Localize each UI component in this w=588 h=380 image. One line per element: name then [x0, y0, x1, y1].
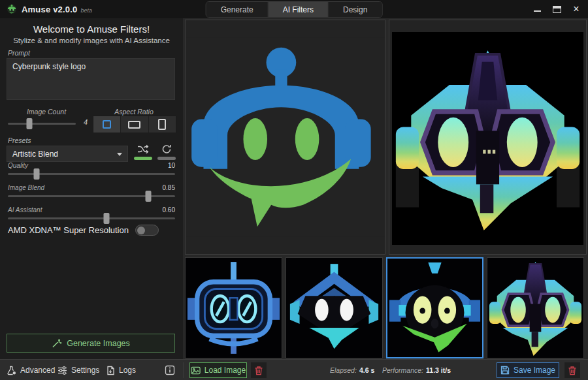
- image-count-value: 4: [78, 118, 88, 126]
- quality-label: Quality: [8, 162, 28, 169]
- tab-design[interactable]: Design: [329, 2, 382, 17]
- beta-badge: beta: [81, 5, 93, 14]
- image-count-slider-thumb[interactable]: [27, 118, 33, 129]
- aspect-ratio-landscape-button[interactable]: [121, 116, 148, 133]
- logs-button[interactable]: Logs: [106, 360, 136, 380]
- elapsed-label: Elapsed:: [330, 366, 357, 374]
- main-tab-bar: Generate AI Filters Design: [206, 1, 383, 18]
- load-image-button[interactable]: Load Image: [189, 362, 247, 378]
- advanced-label: Advanced: [20, 366, 55, 375]
- refresh-tool: [157, 144, 176, 160]
- footer-divider: [183, 362, 184, 378]
- ai-assistant-slider[interactable]: [8, 217, 175, 219]
- sliders-icon: [57, 366, 67, 375]
- performance-label: Performance:: [382, 366, 423, 374]
- status-bar: Advanced Settings Logs: [0, 359, 588, 380]
- quality-slider[interactable]: [8, 173, 175, 175]
- trash-icon: [568, 366, 577, 375]
- super-resolution-label: AMD XDNA™ Super Resolution: [8, 225, 129, 235]
- welcome-title: Welcome to Amuse Filters!: [0, 24, 183, 35]
- window-controls: ×: [529, 0, 584, 18]
- info-icon: [165, 365, 175, 375]
- maximize-icon[interactable]: [549, 2, 564, 16]
- close-icon[interactable]: ×: [568, 2, 584, 16]
- super-resolution-toggle[interactable]: [135, 225, 159, 236]
- prompt-input[interactable]: Cyberpunk style logo: [7, 58, 175, 100]
- ai-assistant-label: AI Assistant: [8, 206, 42, 214]
- performance-value: 11.3 it/s: [426, 366, 451, 374]
- shuffle-tool: [133, 144, 153, 160]
- image-count-slider[interactable]: [8, 123, 76, 125]
- thumbnail-3-image: [387, 259, 482, 357]
- logs-label: Logs: [119, 366, 136, 375]
- quality-slider-thumb[interactable]: [33, 168, 39, 180]
- settings-label: Settings: [71, 366, 99, 375]
- tab-generate[interactable]: Generate: [206, 2, 269, 17]
- image-blend-value: 0.85: [163, 184, 175, 191]
- advanced-button[interactable]: Advanced: [7, 360, 55, 380]
- info-button[interactable]: [165, 360, 175, 380]
- aspect-ratio-label: Aspect Ratio: [91, 108, 176, 116]
- clear-source-button[interactable]: [251, 362, 267, 378]
- filters-sidebar: Welcome to Amuse Filters! Stylize & and …: [0, 18, 183, 359]
- tab-ai-filters[interactable]: AI Filters: [269, 2, 329, 17]
- save-image-button[interactable]: Save Image: [497, 362, 559, 378]
- image-blend-slider[interactable]: [8, 195, 175, 197]
- result-image-canvas: [392, 32, 583, 245]
- result-thumbnail-strip: [185, 257, 584, 358]
- magic-wand-icon: [52, 338, 62, 348]
- generate-images-button[interactable]: Generate Images: [7, 334, 175, 353]
- square-icon: [103, 120, 111, 129]
- source-image-panel: [185, 20, 385, 255]
- super-resolution-row: AMD XDNA™ Super Resolution: [8, 225, 175, 236]
- thumbnail-1-image: [186, 258, 282, 358]
- minimize-icon[interactable]: [529, 2, 545, 16]
- app-title: Amuse v2.0.0: [22, 5, 78, 14]
- robot-icon: [7, 4, 17, 14]
- delete-result-button[interactable]: [564, 362, 580, 378]
- image-blend-label: Image Blend: [8, 184, 44, 191]
- settings-button[interactable]: Settings: [57, 360, 99, 380]
- title-bar: Amuse v2.0.0 beta Generate AI Filters De…: [0, 0, 588, 18]
- thumbnail-4[interactable]: [487, 257, 584, 358]
- aspect-ratio-portrait-button[interactable]: [149, 116, 176, 133]
- welcome-subtitle: Stylize & and modify images with AI Assi…: [0, 37, 183, 44]
- image-icon: [191, 366, 201, 375]
- save-image-label: Save Image: [514, 366, 555, 375]
- document-icon: [106, 366, 115, 375]
- elapsed-value: 4.6 s: [359, 366, 374, 374]
- refresh-inactive-indicator: [157, 157, 176, 160]
- ai-assistant-value: 0.60: [163, 206, 175, 214]
- image-blend-slider-thumb[interactable]: [146, 191, 152, 202]
- thumbnail-3[interactable]: [386, 257, 483, 358]
- presets-selected-value: Artistic Blend: [12, 150, 58, 159]
- aspect-ratio-square-button[interactable]: [93, 116, 121, 133]
- presets-label: Presets: [8, 136, 31, 144]
- shuffle-active-indicator: [134, 157, 152, 160]
- load-image-label: Load Image: [204, 366, 246, 375]
- prompt-label: Prompt: [8, 49, 30, 57]
- refresh-icon[interactable]: [161, 144, 172, 154]
- shuffle-icon[interactable]: [137, 144, 149, 154]
- thumbnail-2[interactable]: [286, 257, 383, 358]
- thumbnail-1[interactable]: [185, 257, 282, 358]
- source-robot-logo-image: [186, 20, 385, 254]
- flask-icon: [7, 366, 16, 375]
- cyberpunk-result-image: [392, 32, 583, 245]
- result-image-panel: [389, 20, 587, 255]
- thumbnail-2-image: [286, 258, 382, 358]
- quality-value: 10: [168, 162, 175, 169]
- trash-icon: [254, 366, 263, 375]
- aspect-ratio-group: [93, 116, 176, 133]
- app-identity: Amuse v2.0.0 beta: [7, 0, 92, 18]
- performance-stat: Performance: 11.3 it/s: [382, 360, 451, 380]
- generate-images-label: Generate Images: [67, 339, 130, 348]
- presets-dropdown[interactable]: Artistic Blend: [7, 146, 128, 162]
- chevron-down-icon: [117, 153, 122, 156]
- thumbnail-4-image: [487, 258, 583, 358]
- toggle-knob: [137, 227, 145, 234]
- ai-assistant-slider-thumb[interactable]: [104, 213, 110, 224]
- landscape-icon: [128, 121, 140, 129]
- image-workspace: [183, 18, 588, 359]
- save-icon: [500, 366, 510, 375]
